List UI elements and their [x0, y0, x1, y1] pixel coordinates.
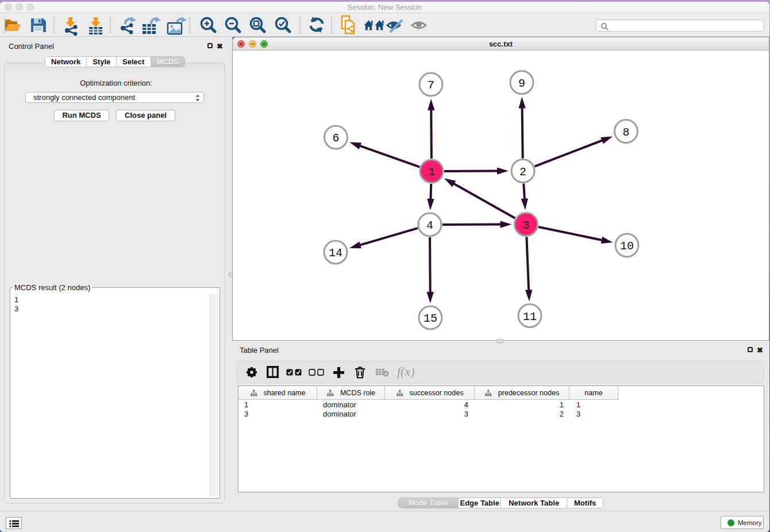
svg-text:10: 10 [620, 240, 634, 253]
svg-text:11: 11 [523, 310, 537, 323]
svg-text:2: 2 [519, 165, 526, 179]
svg-text:15: 15 [424, 312, 437, 325]
svg-text:6: 6 [332, 132, 339, 145]
svg-text:3: 3 [522, 219, 529, 232]
svg-text:4: 4 [426, 219, 433, 232]
svg-text:8: 8 [622, 126, 629, 139]
svg-text:9: 9 [518, 77, 525, 90]
svg-text:14: 14 [329, 246, 342, 260]
svg-text:1: 1 [428, 165, 435, 179]
svg-text:7: 7 [428, 79, 434, 92]
